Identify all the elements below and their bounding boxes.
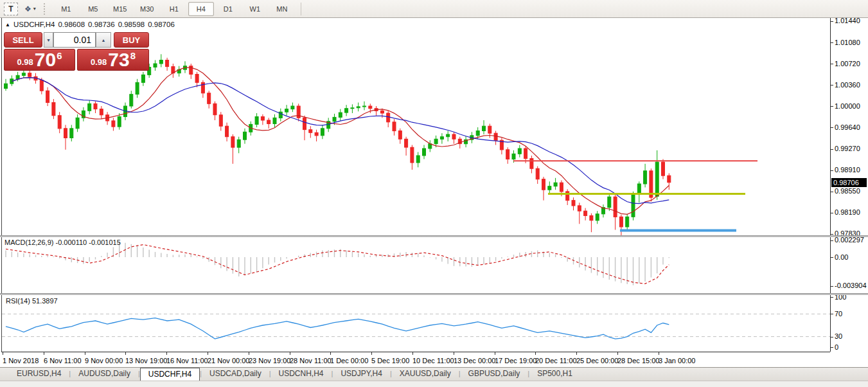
ma-fast-line <box>12 68 669 214</box>
price-axis-label: 0.99640 <box>835 123 860 131</box>
rsi-indicator-label: RSI(14) 51.3897 <box>6 297 58 305</box>
candle <box>488 126 492 133</box>
time-axis-label: 5 Dec 19:00 <box>371 357 409 364</box>
chart-tab-USDCAD-Daily[interactable]: USDCAD,Daily <box>202 368 269 381</box>
lot-decrease-button[interactable]: ▼ <box>44 32 53 48</box>
toolbar-separator <box>301 3 301 15</box>
candle <box>452 134 456 139</box>
timeframe-button-M15[interactable]: M15 <box>107 2 133 16</box>
candle <box>321 129 324 136</box>
chart-tab-USDCHF-H4[interactable]: USDCHF,H4 <box>140 368 200 381</box>
candle <box>136 82 139 94</box>
candle <box>518 148 521 154</box>
axis-corner <box>830 352 868 367</box>
time-axis-label: 13 Nov 19:00 <box>125 357 167 364</box>
price-axis-label: 1.00720 <box>835 60 860 68</box>
ohlc-high: 0.98736 <box>88 21 115 28</box>
chart-tab-XAUUSD-Daily[interactable]: XAUUSD,Daily <box>392 368 459 381</box>
candle <box>387 113 390 122</box>
candle <box>662 162 665 176</box>
price-axis-label: 0.98550 <box>835 187 860 195</box>
candle <box>494 133 497 140</box>
candle <box>578 206 581 211</box>
candle <box>476 131 479 136</box>
timeframe-button-H4[interactable]: H4 <box>188 2 214 16</box>
price-axis-label: 0.99270 <box>835 145 860 152</box>
candle <box>219 115 222 126</box>
candle <box>566 192 569 201</box>
price-axis-label: 0.98190 <box>835 208 860 216</box>
candle <box>159 60 163 64</box>
sell-price-pip: 6 <box>57 50 62 61</box>
collapse-triangle-icon[interactable]: ▲ <box>5 22 10 28</box>
candle <box>70 129 73 138</box>
candle <box>626 217 629 227</box>
buy-quote-box[interactable]: 0.98 73 8 <box>77 49 149 71</box>
timeframe-button-D1[interactable]: D1 <box>215 2 241 16</box>
price-axis-label: 1.01440 <box>835 17 860 24</box>
symbol-title: USDCHF,H4 <box>13 21 55 28</box>
lot-size-input[interactable]: 0.01 <box>53 32 96 48</box>
timeframe-button-M5[interactable]: M5 <box>80 2 106 16</box>
current-price-tag: 0.98706 <box>831 178 867 187</box>
candle <box>58 116 61 129</box>
time-axis-label: 6 Nov 11:00 <box>44 357 82 364</box>
candle <box>303 118 306 129</box>
toolbar-gripper[interactable] <box>44 3 48 15</box>
candle <box>440 137 443 140</box>
text-label-tool-icon[interactable]: T <box>4 3 18 15</box>
rsi-axis-label: 0 <box>835 343 838 351</box>
sell-quote-box[interactable]: 0.98 70 6 <box>4 49 75 71</box>
candle <box>291 106 294 109</box>
candle <box>357 107 360 108</box>
candle <box>339 113 342 117</box>
time-axis-label: 23 Nov 19:00 <box>249 357 290 364</box>
candle <box>309 130 312 133</box>
chart-tab-USDCNH-H4[interactable]: USDCNH,H4 <box>271 368 332 381</box>
candle <box>333 117 336 121</box>
macd-panel-canvas[interactable] <box>2 237 831 293</box>
time-axis-label: 25 Dec 00:00 <box>576 357 618 364</box>
timeframe-button-M30[interactable]: M30 <box>134 2 160 16</box>
chart-tab-GBPUSD-Daily[interactable]: GBPUSD,Daily <box>461 368 528 381</box>
candle <box>100 109 103 115</box>
chart-tab-EURUSD-H4[interactable]: EURUSD,H4 <box>9 368 69 381</box>
buy-button[interactable]: BUY <box>114 32 149 48</box>
dropdown-caret-icon[interactable]: ▾ <box>33 6 36 12</box>
candle <box>411 147 414 163</box>
candle <box>46 91 49 102</box>
timeframe-bar: M1M5M15M30H1H4D1W1MN <box>53 2 296 16</box>
candle <box>447 134 450 137</box>
ohlc-close: 0.98706 <box>148 21 175 28</box>
timeframe-button-MN[interactable]: MN <box>269 2 295 16</box>
sell-button[interactable]: SELL <box>4 32 42 48</box>
panel-splitter[interactable] <box>0 235 868 237</box>
candle <box>315 132 318 136</box>
candle <box>584 211 587 215</box>
candle <box>637 184 641 195</box>
candle <box>237 140 240 147</box>
panel-splitter[interactable] <box>0 293 868 295</box>
rsi-panel-canvas[interactable] <box>2 295 831 352</box>
rsi-axis-label: 70 <box>835 310 842 318</box>
chart-tab-USDJPY-H4[interactable]: USDJPY,H4 <box>333 368 389 381</box>
lot-increase-button[interactable]: ▲ <box>96 32 111 48</box>
price-axis-label: 0.98910 <box>835 166 860 174</box>
time-axis-label: 16 Nov 11:00 <box>166 357 208 364</box>
timeframe-button-W1[interactable]: W1 <box>242 2 268 16</box>
timeframe-button-H1[interactable]: H1 <box>161 2 187 16</box>
candle <box>668 176 671 183</box>
chart-tab-SP500-H1[interactable]: SP500,H1 <box>529 368 580 381</box>
time-axis-label: 28 Nov 11:00 <box>290 357 332 364</box>
candle <box>398 131 402 140</box>
candle <box>434 139 438 143</box>
candle <box>40 80 43 91</box>
candle <box>423 148 426 156</box>
cursor-tool-button[interactable]: ❖ ▾ <box>24 4 36 14</box>
chart-tab-AUDUSD-Daily[interactable]: AUDUSD,Daily <box>71 368 138 381</box>
price-axis-label: 1.00000 <box>835 102 860 110</box>
timeframe-button-M1[interactable]: M1 <box>53 2 79 16</box>
candle <box>369 106 372 109</box>
candle <box>88 104 91 111</box>
candle <box>94 104 97 109</box>
